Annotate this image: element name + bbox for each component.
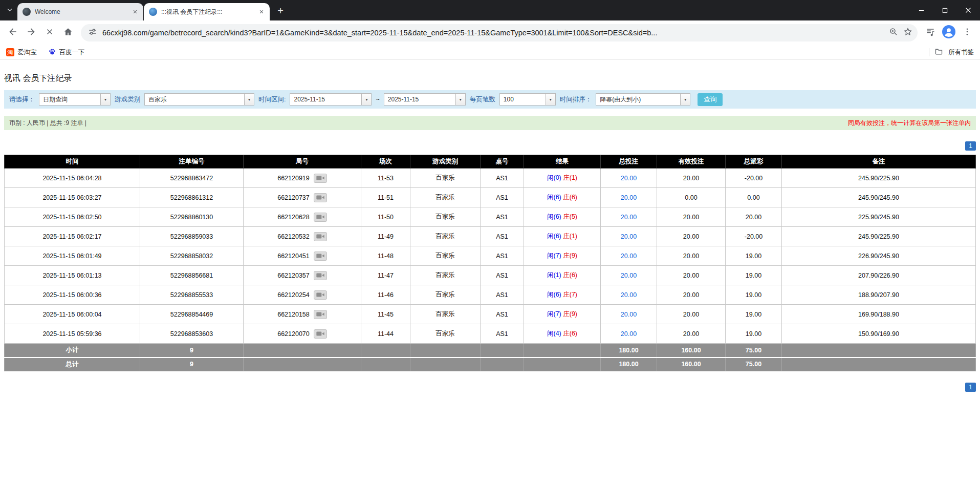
back-arrow-icon xyxy=(8,27,18,39)
cell-session: 11-47 xyxy=(361,266,410,285)
video-replay-icon[interactable] xyxy=(314,174,327,183)
site-info-icon[interactable] xyxy=(88,27,97,38)
chevron-down-icon[interactable]: ▾ xyxy=(361,94,371,105)
bookmark-baidu[interactable]: 百度一下 xyxy=(48,48,85,57)
video-replay-icon[interactable] xyxy=(314,329,327,339)
minimize-button[interactable] xyxy=(909,0,933,20)
cell-payout: 19.00 xyxy=(726,266,782,285)
video-replay-icon[interactable] xyxy=(314,232,327,241)
sort-value: 降幂(由大到小) xyxy=(596,94,680,105)
folder-icon xyxy=(934,47,943,57)
cell-result: 闲(6) 庄(5) xyxy=(524,207,601,227)
total-bet-link[interactable]: 20.00 xyxy=(621,175,637,182)
home-button[interactable] xyxy=(59,24,77,41)
close-button[interactable] xyxy=(956,0,980,20)
cell-valid-bet: 0.00 xyxy=(657,188,726,207)
page-content: 视讯 会员下注纪录 请选择： 日期查询 ▾ 游戏类别 百家乐 ▾ 时间区间: 2… xyxy=(0,73,980,392)
bet-row: 2025-11-15 06:04:28522968863472662120919… xyxy=(5,169,976,188)
total-row: 总计 9 180.00 160.00 75.00 xyxy=(5,358,976,371)
video-replay-icon[interactable] xyxy=(314,290,327,300)
total-bet-link[interactable]: 20.00 xyxy=(621,194,637,201)
bet-row: 2025-11-15 06:00:36522968855533662120254… xyxy=(5,285,976,305)
bookmark-label: 爱淘宝 xyxy=(17,48,37,57)
total-bet-link[interactable]: 20.00 xyxy=(621,311,637,318)
bookmark-taobao[interactable]: 淘 爱淘宝 xyxy=(6,48,37,57)
page-number-button[interactable]: 1 xyxy=(965,141,976,151)
cell-round: 662120070 xyxy=(244,324,361,344)
chevron-down-icon[interactable]: ▾ xyxy=(680,94,690,105)
cell-game-type: 百家乐 xyxy=(410,266,481,285)
pagination-bottom: 1 xyxy=(4,383,976,392)
tab-close-icon[interactable] xyxy=(131,8,139,16)
cell-time: 2025-11-15 06:03:27 xyxy=(5,188,140,207)
total-bet-link[interactable]: 20.00 xyxy=(621,330,637,338)
menu-button[interactable] xyxy=(959,24,976,41)
url-text[interactable]: 66cxkj98.com/game/betrecord_search/kind3… xyxy=(102,29,884,37)
page-size-label: 每页笔数 xyxy=(470,95,495,104)
zoom-icon[interactable] xyxy=(889,27,898,38)
cell-round: 662120532 xyxy=(244,227,361,246)
cell-table-no: AS1 xyxy=(481,324,524,344)
page-number-button[interactable]: 1 xyxy=(965,383,976,392)
sort-select[interactable]: 降幂(由大到小) ▾ xyxy=(596,93,690,106)
cell-note: 225.90/245.90 xyxy=(782,207,976,227)
col-header-session: 场次 xyxy=(361,155,410,169)
cell-result: 闲(7) 庄(9) xyxy=(524,305,601,324)
bet-row: 2025-11-15 05:59:36522968853603662120070… xyxy=(5,324,976,344)
back-button[interactable] xyxy=(4,24,21,41)
total-valid-bet: 160.00 xyxy=(657,358,726,371)
bookmark-star-icon[interactable] xyxy=(903,27,912,38)
tab-welcome[interactable]: Welcome xyxy=(17,3,143,20)
cell-result: 闲(6) 庄(6) xyxy=(524,188,601,207)
date-separator: ~ xyxy=(376,96,379,103)
betrecord-favicon-icon xyxy=(149,8,157,16)
tab-search-button[interactable] xyxy=(3,4,16,18)
total-bet-link[interactable]: 20.00 xyxy=(621,214,637,221)
chevron-down-icon[interactable]: ▾ xyxy=(455,94,465,105)
subtotal-label: 小计 xyxy=(5,344,140,358)
tab-betrecord[interactable]: :::视讯 会员下注纪录::: xyxy=(144,3,270,20)
tab-close-icon[interactable] xyxy=(257,8,266,16)
maximize-button[interactable] xyxy=(933,0,956,20)
chevron-down-icon[interactable]: ▾ xyxy=(546,94,555,105)
total-bet-link[interactable]: 20.00 xyxy=(621,253,637,260)
query-mode-select[interactable]: 日期查询 ▾ xyxy=(39,93,111,106)
chevron-down-icon[interactable]: ▾ xyxy=(100,94,110,105)
total-bet-link[interactable]: 20.00 xyxy=(621,291,637,299)
video-replay-icon[interactable] xyxy=(314,271,327,280)
total-bet-link[interactable]: 20.00 xyxy=(621,272,637,279)
game-type-select[interactable]: 百家乐 ▾ xyxy=(144,93,254,106)
date-start-select[interactable]: 2025-11-15 ▾ xyxy=(290,93,372,106)
chevron-down-icon[interactable]: ▾ xyxy=(244,94,254,105)
subtotal-empty xyxy=(481,344,524,358)
cell-bet-id: 522968854469 xyxy=(140,305,244,324)
profile-button[interactable] xyxy=(940,24,957,41)
cell-table-no: AS1 xyxy=(481,188,524,207)
cell-bet-id: 522968855533 xyxy=(140,285,244,305)
tab-title: :::视讯 会员下注纪录::: xyxy=(161,8,253,16)
bet-row: 2025-11-15 06:03:27522968861312662120737… xyxy=(5,188,976,207)
stop-loading-button[interactable] xyxy=(41,24,58,41)
total-bet-link[interactable]: 20.00 xyxy=(621,233,637,240)
date-end-value: 2025-11-15 xyxy=(384,94,455,105)
media-controls-button[interactable] xyxy=(922,24,939,41)
cell-time: 2025-11-15 06:02:17 xyxy=(5,227,140,246)
forward-button[interactable] xyxy=(23,24,40,41)
video-replay-icon[interactable] xyxy=(314,251,327,261)
date-end-select[interactable]: 2025-11-15 ▾ xyxy=(384,93,466,106)
cell-bet-id: 522968860130 xyxy=(140,207,244,227)
video-replay-icon[interactable] xyxy=(314,213,327,222)
cell-valid-bet: 20.00 xyxy=(657,305,726,324)
page-size-select[interactable]: 100 ▾ xyxy=(499,93,556,106)
video-replay-icon[interactable] xyxy=(314,310,327,319)
video-replay-icon[interactable] xyxy=(314,193,327,202)
cell-result: 闲(0) 庄(1) xyxy=(524,169,601,188)
cell-note: 245.90/225.90 xyxy=(782,169,976,188)
search-button[interactable]: 查询 xyxy=(698,93,723,106)
address-bar[interactable]: 66cxkj98.com/game/betrecord_search/kind3… xyxy=(81,24,918,41)
cell-round: 662120919 xyxy=(244,169,361,188)
new-tab-button[interactable]: + xyxy=(273,4,288,18)
all-bookmarks-button[interactable]: 所有书签 xyxy=(929,47,974,57)
result-banker: 庄(9) xyxy=(563,310,577,318)
col-header-round: 局号 xyxy=(244,155,361,169)
